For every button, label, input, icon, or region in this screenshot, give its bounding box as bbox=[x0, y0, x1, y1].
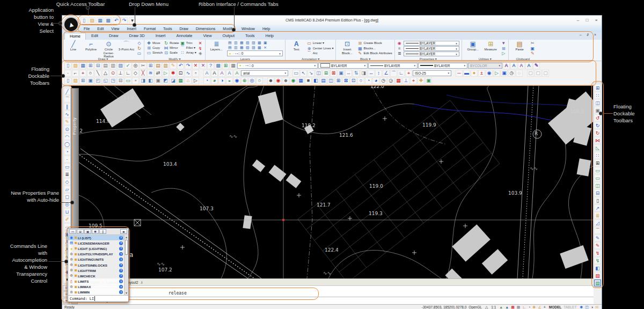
layer-state-button[interactable]: ▣ bbox=[262, 40, 268, 45]
toolbar-icon[interactable]: ▦ bbox=[230, 62, 237, 69]
draw-vertical-icon[interactable]: ◠ bbox=[64, 133, 71, 140]
popup-scrollbar[interactable]: ▲ ▼ bbox=[124, 235, 128, 295]
status-toggle-icon[interactable]: ◔ bbox=[528, 305, 530, 309]
toolbar-icon[interactable]: ✕ bbox=[200, 62, 207, 69]
layer-combo[interactable]: ●☼▪▪□ 0 ▾ bbox=[227, 50, 283, 56]
status-tray-icon[interactable]: ◫ bbox=[585, 305, 589, 309]
dimension-tool-icon[interactable]: ↔ bbox=[368, 70, 375, 77]
autocomplete-item[interactable]: ◉ LI (LIST) ? bbox=[68, 235, 124, 240]
sheet-tool-icon[interactable]: ◧ bbox=[147, 77, 154, 84]
render-tool-icon[interactable]: ⊡ bbox=[350, 77, 357, 84]
view-tool-icon[interactable]: ◎ bbox=[248, 77, 255, 84]
dimension-extra-icon[interactable]: ● bbox=[471, 70, 478, 77]
ribbon-tab[interactable]: Annotate bbox=[171, 32, 197, 40]
draw-vertical-icon[interactable]: ⌒ bbox=[64, 95, 71, 102]
coordinates-readout[interactable]: -30437.8503, 185201.0278,0 bbox=[422, 305, 467, 309]
toolbar-icon[interactable]: ▤ bbox=[102, 62, 109, 69]
snap-tool-icon[interactable]: ◇ bbox=[132, 70, 139, 77]
text-tool-icon[interactable]: A bbox=[226, 70, 233, 77]
modify-side-button[interactable]: ◈ bbox=[198, 51, 203, 56]
layer-state-button[interactable]: ▦ bbox=[239, 45, 245, 50]
render-tool-icon[interactable]: ⌖ bbox=[410, 77, 417, 84]
modify-side-button[interactable]: ↯ bbox=[198, 46, 203, 51]
autocomplete-item[interactable]: ☸ LIMMIN ? bbox=[68, 290, 124, 295]
dimension-extra-icon[interactable]: ◌ bbox=[516, 70, 523, 77]
modify-vertical-icon[interactable]: ⋈ bbox=[594, 137, 601, 144]
dimension-extra-icon[interactable]: ◉ bbox=[486, 70, 493, 77]
status-toggle-icon[interactable]: ▲ bbox=[505, 305, 509, 309]
modify-vertical-icon[interactable]: ◫ bbox=[594, 182, 601, 189]
layer-state-button[interactable]: ▧ bbox=[245, 40, 251, 45]
view-tool-icon[interactable]: ○ bbox=[256, 77, 263, 84]
dimension-extra-icon[interactable]: ± bbox=[478, 70, 485, 77]
draw-vertical-icon[interactable]: ∿ bbox=[64, 111, 71, 117]
modify-vertical-icon[interactable]: ◿ bbox=[594, 219, 601, 226]
draw-vertical-icon[interactable]: ◔ bbox=[64, 148, 71, 155]
text-tool-icon[interactable]: A bbox=[203, 70, 210, 77]
scale-value[interactable]: 1:1 bbox=[491, 305, 496, 309]
snap-tool-icon[interactable]: △ bbox=[102, 70, 109, 77]
view-tool-icon[interactable]: ◒ bbox=[226, 77, 233, 84]
dimension-tool-icon[interactable]: ∠ bbox=[383, 70, 390, 77]
menu-item[interactable]: Window bbox=[238, 25, 259, 32]
ribbon-big-button[interactable]: ⌐ Polyline bbox=[82, 40, 100, 56]
modify-button[interactable]: ⊞ Copy bbox=[147, 46, 163, 50]
autocomplete-item[interactable]: ☸ LIMCHECK ? bbox=[68, 273, 124, 278]
render-tool-icon[interactable]: ☻ bbox=[282, 77, 289, 84]
toolbar-icon[interactable]: ✓ bbox=[125, 62, 131, 69]
paste-button[interactable]: ▤ Paste bbox=[511, 40, 529, 56]
modify-button[interactable]: ⋈ Mirror bbox=[164, 46, 179, 50]
modify-vertical-icon[interactable]: ◺ bbox=[594, 144, 601, 151]
lineweight-dropdown[interactable]: BYLAYER ▾ bbox=[418, 63, 467, 69]
text-style-icon[interactable]: ✎ bbox=[533, 62, 540, 69]
popup-tool-button[interactable]: ∥ bbox=[99, 229, 106, 234]
scroll-up-icon[interactable]: ▲ bbox=[125, 235, 128, 239]
toolbar-icon[interactable]: ▥ bbox=[109, 62, 116, 69]
snap-tool-icon[interactable]: ∿ bbox=[185, 70, 192, 77]
edit-tool-icon[interactable]: ◫ bbox=[315, 70, 322, 77]
clipboard-side-button[interactable]: ▣ bbox=[530, 46, 535, 51]
ribbon-small-button[interactable]: ◇ bbox=[137, 41, 142, 46]
render-tool-icon[interactable]: ◉ bbox=[275, 77, 282, 84]
modify-vertical-icon[interactable]: ↯ bbox=[594, 249, 601, 256]
dimension-tool-icon[interactable]: ∟ bbox=[398, 70, 405, 77]
render-tool-icon[interactable]: ◶ bbox=[387, 77, 394, 84]
status-toggle-icon[interactable]: ∟ bbox=[522, 305, 526, 309]
text-style-icon[interactable]: A bbox=[518, 62, 525, 69]
clipboard-side-button[interactable]: ✂ bbox=[530, 41, 535, 46]
ribbon-tab[interactable]: Tools bbox=[240, 32, 260, 40]
mdi-window-controls[interactable]: – ∂ × bbox=[580, 33, 598, 36]
minimize-button[interactable]: – bbox=[574, 17, 582, 24]
layer-state-button[interactable]: ✕ bbox=[262, 45, 268, 50]
ribbon-tab[interactable]: Draw 3D bbox=[123, 32, 150, 40]
properties-side-button[interactable]: ≣ bbox=[397, 51, 402, 56]
modify-button[interactable]: ⌒ Fillet ▾ bbox=[180, 46, 196, 50]
quick-access-icon[interactable]: ▨ bbox=[89, 17, 96, 24]
popup-tool-button[interactable]: ✱ bbox=[92, 229, 99, 234]
edit-tool-icon[interactable]: ↘ bbox=[308, 70, 314, 77]
ribbon-tab[interactable]: Home bbox=[64, 33, 86, 40]
text-tool-icon[interactable]: A bbox=[211, 70, 218, 77]
edit-tool-icon[interactable]: ⇅ bbox=[353, 70, 360, 77]
application-button[interactable]: ▲ bbox=[63, 17, 79, 32]
status-toggle-icon[interactable]: ▦ bbox=[511, 305, 515, 309]
layer-state-button[interactable]: ▥ bbox=[233, 40, 239, 45]
graphics-engine[interactable]: OpenGL bbox=[469, 305, 482, 309]
menu-item[interactable]: Insert bbox=[123, 25, 140, 32]
render-tool-icon[interactable]: ✚ bbox=[418, 77, 425, 84]
modify-vertical-icon[interactable]: ⊞ bbox=[594, 84, 601, 91]
view-tool-icon[interactable]: ◔ bbox=[203, 77, 210, 84]
sheet-tool-icon[interactable]: ▫ bbox=[132, 77, 139, 84]
sheet-tool-icon[interactable]: ▭ bbox=[125, 77, 131, 84]
layers-button[interactable]: ≣ Layers... bbox=[208, 40, 225, 56]
dimension-extra-icon[interactable]: ▬ bbox=[463, 70, 470, 77]
ribbon-tab[interactable]: Insert bbox=[150, 32, 171, 40]
scroll-down-icon[interactable]: ▼ bbox=[125, 291, 128, 295]
sheet-tool-icon[interactable]: ⊟ bbox=[117, 77, 124, 84]
draw-vertical-icon[interactable]: ◇ bbox=[64, 178, 71, 185]
property-combo[interactable]: BYLAYER ▾ bbox=[404, 46, 459, 51]
layer-state-button[interactable]: ▥ bbox=[233, 45, 239, 50]
autocomplete-item[interactable]: ▯ LIMITS ? bbox=[68, 279, 124, 284]
modify-vertical-icon[interactable]: ✎ bbox=[594, 234, 601, 241]
toolbar-icon[interactable]: ▩ bbox=[215, 62, 222, 69]
